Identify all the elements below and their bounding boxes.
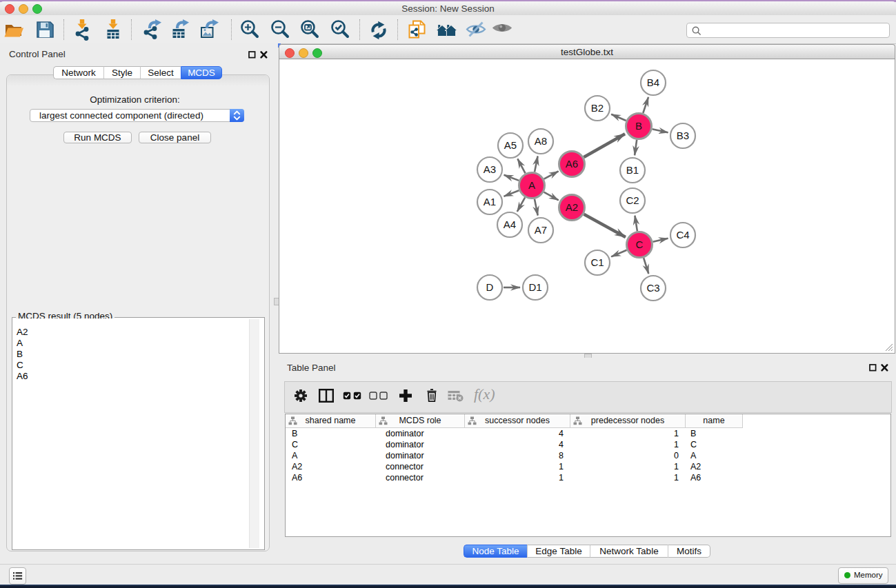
svg-text:D1: D1 xyxy=(528,281,541,293)
svg-text:C3: C3 xyxy=(646,282,659,294)
svg-text:A6: A6 xyxy=(566,158,578,170)
svg-text:C2: C2 xyxy=(626,194,639,206)
svg-text:D: D xyxy=(486,281,494,293)
svg-text:A2: A2 xyxy=(566,201,578,213)
svg-text:A3: A3 xyxy=(484,163,496,175)
svg-text:C1: C1 xyxy=(590,256,604,268)
svg-text:B4: B4 xyxy=(647,77,659,88)
svg-text:B2: B2 xyxy=(591,102,604,114)
svg-text:C4: C4 xyxy=(676,229,689,241)
svg-text:A1: A1 xyxy=(484,196,496,207)
svg-text:A7: A7 xyxy=(535,224,547,236)
svg-text:A5: A5 xyxy=(504,139,517,151)
svg-text:A8: A8 xyxy=(535,135,547,147)
svg-text:B3: B3 xyxy=(677,130,689,141)
svg-text:A4: A4 xyxy=(504,219,516,230)
svg-text:A: A xyxy=(528,179,535,191)
svg-text:B1: B1 xyxy=(626,164,639,176)
svg-text:C: C xyxy=(636,239,644,250)
svg-text:B: B xyxy=(635,120,642,132)
